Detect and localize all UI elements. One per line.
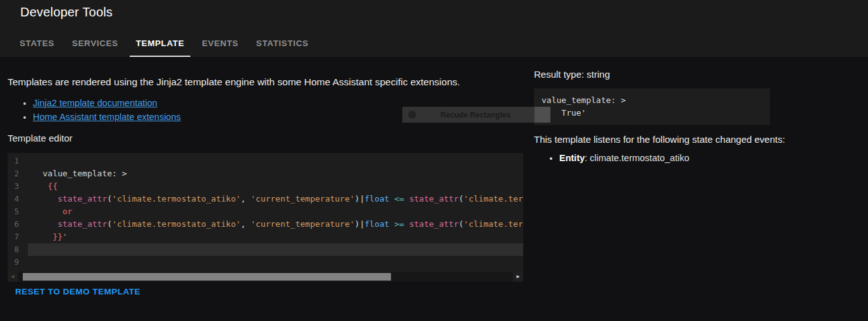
line-number: 9 — [8, 256, 24, 269]
line-number: 5 — [8, 205, 24, 218]
line-content — [28, 256, 523, 269]
editor-line[interactable]: 8 — [8, 243, 523, 256]
overlay-handle — [535, 107, 550, 123]
line-content: {{ — [28, 180, 523, 193]
tab-bar: STATES SERVICES TEMPLATE EVENTS STATISTI… — [13, 39, 315, 57]
app-header: Developer Tools STATES SERVICES TEMPLATE… — [0, 0, 868, 57]
line-content: or — [28, 205, 523, 218]
overlay-icon — [408, 111, 416, 119]
entity-list: Entity: climate.termostato_atiko — [547, 153, 690, 163]
tab-states[interactable]: STATES — [13, 39, 61, 57]
line-content — [28, 243, 523, 256]
line-number: 1 — [8, 155, 24, 167]
template-editor-label: Template editor — [8, 133, 73, 143]
editor-line[interactable]: 5 or — [8, 205, 523, 218]
line-content: }}' — [28, 231, 523, 243]
developer-tools-page: Developer Tools STATES SERVICES TEMPLATE… — [0, 0, 868, 321]
editor-code-area[interactable]: 12 value_template: >3 {{4 state_attr('cl… — [8, 153, 523, 272]
editor-line[interactable]: 4 state_attr('climate.termostato_atiko',… — [8, 193, 523, 205]
result-output: value_template: > True' — [534, 88, 770, 125]
line-content: state_attr('climate.termostato_atiko', '… — [28, 218, 523, 231]
scroll-right-arrow-icon[interactable]: ▶ — [513, 272, 523, 282]
editor-line[interactable]: 9 — [8, 256, 523, 269]
list-item: Home Assistant template extensions — [33, 112, 181, 122]
result-type-label: Result type: string — [534, 69, 610, 80]
scrollbar-thumb[interactable] — [23, 273, 391, 281]
entity-label: Entity — [559, 153, 585, 163]
editor-line[interactable]: 3 {{ — [8, 180, 523, 193]
overlay-recude-rectangles: Recude Rectangles — [402, 107, 550, 123]
entity-list-item: Entity: climate.termostato_atiko — [559, 153, 690, 163]
line-content: state_attr('climate.termostato_atiko', '… — [28, 193, 523, 205]
scroll-left-arrow-icon[interactable]: ◀ — [8, 272, 18, 282]
tab-events[interactable]: EVENTS — [195, 39, 245, 57]
editor-line[interactable]: 6 state_attr('climate.termostato_atiko',… — [8, 218, 523, 231]
editor-line[interactable]: 7 }}' — [8, 231, 523, 243]
editor-line[interactable]: 1 — [8, 155, 523, 167]
line-number: 7 — [8, 231, 24, 243]
overlay-label: Recude Rectangles — [416, 111, 535, 119]
line-number: 8 — [8, 243, 24, 256]
intro-text: Templates are rendered using the Jinja2 … — [8, 76, 460, 88]
template-editor[interactable]: 12 value_template: >3 {{4 state_attr('cl… — [8, 153, 523, 282]
line-number: 4 — [8, 193, 24, 205]
list-item: Jinja2 template documentation — [33, 98, 181, 108]
result-line: value_template: > — [542, 95, 626, 105]
listens-info-text: This template listens for the following … — [534, 134, 785, 145]
link-jinja2-documentation[interactable]: Jinja2 template documentation — [33, 98, 158, 108]
tab-statistics[interactable]: STATISTICS — [250, 39, 315, 57]
scrollbar-track[interactable] — [18, 272, 513, 282]
line-content: value_template: > — [28, 167, 523, 180]
reset-to-demo-template-button[interactable]: RESET TO DEMO TEMPLATE — [15, 287, 140, 296]
editor-line[interactable]: 2 value_template: > — [8, 167, 523, 180]
link-home-assistant-extensions[interactable]: Home Assistant template extensions — [33, 112, 181, 122]
tab-template[interactable]: TEMPLATE — [130, 39, 191, 57]
entity-value: : climate.termostato_atiko — [585, 153, 689, 163]
documentation-links: Jinja2 template documentation Home Assis… — [20, 98, 181, 126]
line-number: 6 — [8, 218, 24, 231]
line-number: 3 — [8, 180, 24, 193]
editor-horizontal-scrollbar[interactable]: ◀ ▶ — [8, 272, 523, 282]
line-number: 2 — [8, 167, 24, 180]
page-title: Developer Tools — [20, 5, 113, 20]
tab-services[interactable]: SERVICES — [66, 39, 125, 57]
line-content — [28, 155, 523, 167]
